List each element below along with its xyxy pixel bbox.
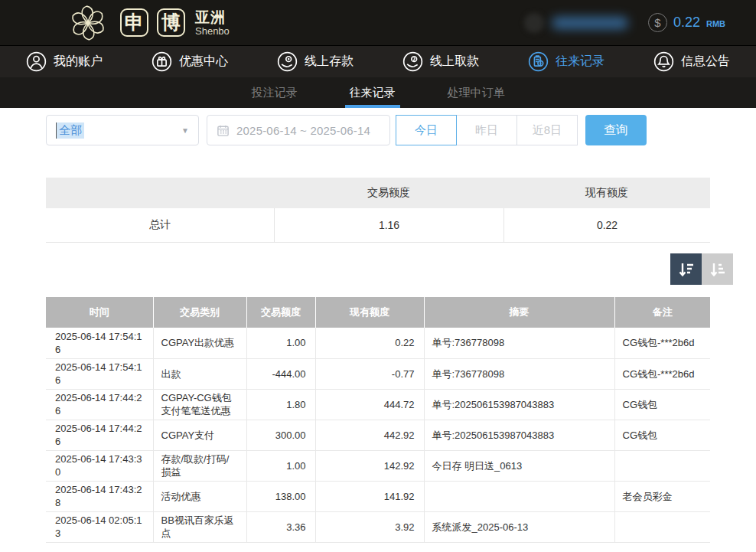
sort-descending-icon [677,260,696,279]
nav-label: 线上取款 [430,54,479,70]
logo-char-2: 博 [157,8,185,37]
cell-transaction-type: CGPAY-CG钱包支付笔笔送优惠 [153,389,246,420]
cell-note: 老会员彩金 [614,481,710,511]
username-blurred-text [552,17,628,29]
table-row: 2025-06-14 17:43:30 存款/取款/打码/损益 1.00 142… [46,450,710,481]
chevron-down-icon: ▼ [181,126,189,135]
table-row: 2025-06-14 17:44:26 CGPAY-CG钱包支付笔笔送优惠 1.… [46,389,710,420]
date-range-value: 2025-06-14 ~ 2025-06-14 [236,124,370,137]
cell-time: 2025-06-14 17:43:30 [46,450,153,481]
cell-transaction-amount: 1.80 [246,389,315,420]
cell-transaction-amount: 3.36 [246,511,315,542]
transactions-table: 时间 交易类别 交易额度 现有额度 摘要 备注 2025-06-14 17:54… [46,297,710,543]
cell-time: 2025-06-14 02:05:13 [46,511,153,542]
gift-icon [152,51,172,72]
summary-total-transaction: 1.16 [274,208,503,242]
cell-summary: 单号:736778098 [424,358,614,389]
nav-label: 线上存款 [305,54,354,70]
sort-controls [670,253,733,285]
cell-current-amount: 142.92 [315,450,424,481]
cell-current-amount: 442.92 [315,420,424,450]
cell-transaction-type: CGPAY支付 [153,420,246,450]
transaction-type-dropdown[interactable]: 全部 ▼ [46,115,199,145]
transactions-body: 2025-06-14 17:54:16 CGPAY出款优惠 1.00 0.22 … [46,328,710,542]
nav-item-promotions[interactable]: 优惠中心 [152,51,228,72]
tab-pending-orders[interactable]: 处理中订单 [443,77,510,108]
cell-current-amount: 141.92 [315,481,424,511]
sort-ascending-icon [709,260,727,279]
logo-char-1: 申 [120,8,148,37]
last-8-days-button[interactable]: 近8日 [516,115,578,145]
avatar [524,13,544,33]
logo-region-text: 亚洲 [195,10,230,24]
cell-time: 2025-06-14 17:44:26 [46,389,153,420]
summary-total-label: 总计 [46,208,274,242]
nav-item-records[interactable]: 往来记录 [528,51,604,72]
cell-current-amount: 444.72 [315,389,424,420]
site-logo[interactable]: 申 博 亚洲 Shenbo [64,4,230,42]
username-redacted[interactable] [524,13,628,33]
header-current-amount: 现有额度 [315,297,424,328]
nav-item-deposit[interactable]: 线上存款 [277,51,354,72]
tab-transaction-records[interactable]: 往来记录 [345,77,400,108]
nav-item-withdraw[interactable]: 线上取款 [402,51,479,72]
nav-label: 信息公告 [681,54,730,70]
bell-icon [653,51,674,72]
dollar-coin-icon: $ [648,13,667,32]
date-range-input[interactable]: 2025-06-14 ~ 2025-06-14 [207,115,390,145]
header-note: 备注 [614,297,710,328]
today-button[interactable]: 今日 [396,115,457,145]
nav-label: 优惠中心 [179,54,228,70]
nav-item-my-account[interactable]: 我的账户 [26,51,103,72]
cell-transaction-amount: -444.00 [246,358,315,389]
balance-currency: RMB [706,19,725,28]
cell-current-amount: 0.22 [315,328,424,358]
table-row: 2025-06-14 17:43:28 活动优惠 138.00 141.92 老… [46,481,710,511]
yesterday-button[interactable]: 昨日 [456,115,517,145]
cell-note [614,450,710,481]
records-icon [528,51,549,72]
summary-table: 交易额度 现有额度 总计 1.16 0.22 [46,178,710,243]
cell-note: CG钱包 [614,389,710,420]
cell-summary: 单号:202506153987043883 [424,389,614,420]
sort-ascending-button[interactable] [702,253,733,285]
quick-date-buttons: 今日 昨日 近8日 [396,115,578,145]
cell-time: 2025-06-14 17:54:16 [46,328,153,358]
cell-note: CG钱包-***2b6d [614,358,710,389]
header-time: 时间 [46,297,153,328]
cell-transaction-type: BB视讯百家乐返点 [153,511,246,542]
summary-header-current: 现有额度 [503,186,710,200]
sub-nav: 投注记录 往来记录 处理中订单 [0,77,756,108]
cell-transaction-amount: 1.00 [246,450,315,481]
nav-label: 往来记录 [556,54,604,70]
cell-summary: 今日存 明日送_0613 [424,450,614,481]
summary-header-row: 交易额度 现有额度 [46,178,710,208]
cell-transaction-type: CGPAY出款优惠 [153,328,246,358]
cell-current-amount: -0.77 [315,358,424,389]
cell-transaction-type: 活动优惠 [153,481,246,511]
balance-amount: 0.22 [673,15,700,31]
cell-transaction-amount: 138.00 [246,481,315,511]
sort-descending-button[interactable] [670,253,702,285]
nav-label: 我的账户 [54,54,103,70]
cell-summary: 单号:202506153987043883 [424,420,614,450]
main-nav: 我的账户 优惠中心 线上存款 线上取款 往来记录 [0,45,756,77]
table-row: 2025-06-14 17:54:16 出款 -444.00 -0.77 单号:… [46,358,710,389]
header-summary: 摘要 [424,297,614,328]
tab-betting-records[interactable]: 投注记录 [247,77,302,108]
calendar-icon [217,124,230,137]
cell-summary: 单号:736778098 [424,328,614,358]
balance-display[interactable]: $ 0.22 RMB [648,13,725,32]
search-button[interactable]: 查询 [585,115,647,145]
summary-header-transaction: 交易额度 [274,186,503,200]
nav-item-announcements[interactable]: 信息公告 [653,51,730,72]
header-transaction-amount: 交易额度 [246,297,315,328]
cell-transaction-type: 出款 [153,358,246,389]
cell-summary: 系统派发_2025-06-13 [424,511,614,542]
table-row: 2025-06-14 17:44:26 CGPAY支付 300.00 442.9… [46,420,710,450]
user-icon [26,51,47,72]
cell-summary [424,481,614,511]
cell-time: 2025-06-14 17:43:28 [46,481,153,511]
table-header-row: 时间 交易类别 交易额度 现有额度 摘要 备注 [46,297,710,328]
table-row: 2025-06-14 17:54:16 CGPAY出款优惠 1.00 0.22 … [46,328,710,358]
